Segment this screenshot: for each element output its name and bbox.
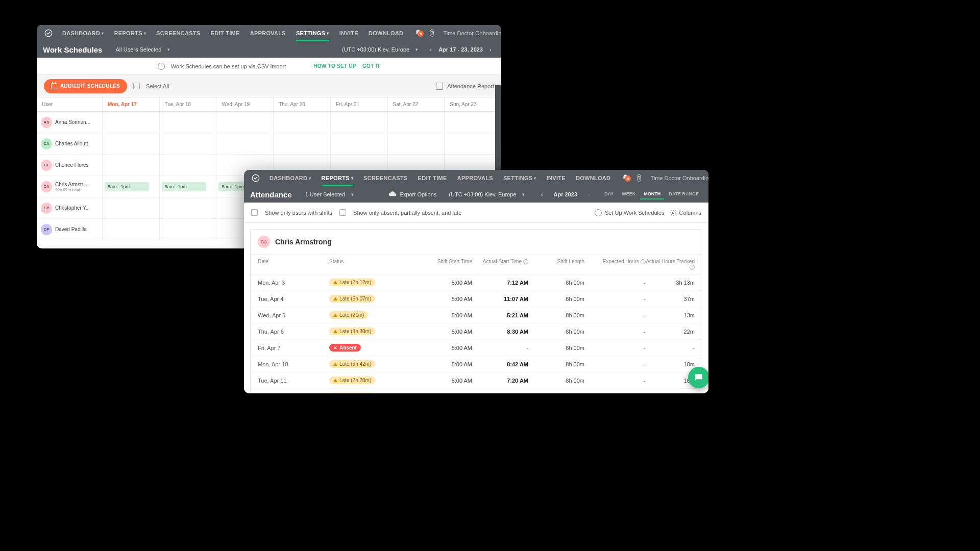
top-nav: DASHBOARD▾ REPORTS▾ SCREENCASTS EDIT TIM… [37, 25, 501, 41]
cell-shift-start: 5:00 AM [411, 378, 472, 384]
schedule-cell[interactable] [159, 219, 216, 240]
schedule-cell[interactable] [102, 219, 159, 240]
schedule-cell[interactable] [159, 133, 216, 154]
nav-settings[interactable]: SETTINGS▾ [499, 170, 541, 186]
team-name[interactable]: Time Doctor Onboarding Team [439, 30, 501, 36]
info-banner: Work Schedules can be set up via CSV imp… [37, 58, 501, 75]
schedule-cell[interactable] [102, 155, 159, 176]
notifications-button[interactable]: 5 [619, 174, 632, 182]
timezone-dropdown[interactable]: (UTC +03:00) Kiev, Europe▾ [444, 191, 530, 197]
prev-week-button[interactable]: ‹ [426, 45, 435, 54]
schedule-cell[interactable] [387, 112, 445, 133]
user-filter-dropdown[interactable]: 1 User Selected▾ [300, 191, 359, 197]
nav-approvals[interactable]: APPROVALS [453, 170, 497, 186]
select-all-label: Select All [146, 83, 169, 89]
got-it-button[interactable]: GOT IT [362, 63, 380, 69]
columns-button[interactable]: Columns [670, 209, 701, 216]
cell-date: Wed, Apr 5 [258, 312, 329, 318]
cell-actual-start: 8:42 AM [472, 361, 528, 367]
next-month-button[interactable]: › [584, 190, 594, 199]
schedule-cell[interactable] [216, 112, 273, 133]
cell-status: Late (2h 12m) [329, 279, 411, 286]
view-date-range[interactable]: DATE RANGE [665, 189, 702, 199]
nav-invite[interactable]: INVITE [543, 170, 570, 186]
nav-download[interactable]: DOWNLOAD [572, 170, 615, 186]
filter-absent-checkbox[interactable] [339, 209, 346, 216]
info-icon[interactable]: i [641, 259, 646, 264]
calendar-icon [51, 83, 57, 89]
chat-fab[interactable] [688, 367, 708, 388]
status-badge: Late (3h 42m) [329, 360, 375, 368]
user-name-label: Charles Allnutt [55, 141, 88, 146]
schedule-cell[interactable] [444, 112, 501, 133]
warning-icon [333, 297, 337, 300]
col-tue: Tue, Apr 18 [159, 97, 216, 111]
nav-edit-time[interactable]: EDIT TIME [414, 170, 451, 186]
info-text: Work Schedules can be set up via CSV imp… [171, 63, 286, 69]
chat-icon [694, 372, 704, 383]
person-avatar: CA [258, 236, 270, 248]
filter-shifts-checkbox[interactable] [251, 209, 258, 216]
nav-reports[interactable]: REPORTS▾ [110, 25, 151, 41]
schedule-cell[interactable] [387, 133, 445, 154]
shift-block[interactable]: 5am - 1pm [162, 182, 206, 191]
timezone-dropdown[interactable]: (UTC +03:00) Kiev, Europe▾ [337, 46, 423, 53]
help-icon[interactable]: ? [637, 174, 641, 182]
cell-shift-length: 8h 00m [528, 361, 584, 367]
date-range[interactable]: Apr 17 - 23, 2023 [438, 46, 483, 53]
schedule-cell[interactable] [102, 197, 159, 218]
attendance-report-link[interactable]: Attendance Report [436, 83, 494, 90]
schedule-cell[interactable] [273, 112, 330, 133]
help-icon[interactable]: ? [430, 29, 434, 37]
shift-block[interactable]: 5am - 1pm [105, 182, 149, 191]
cell-shift-length: 8h 00m [528, 312, 584, 318]
nav-dashboard[interactable]: DASHBOARD▾ [265, 170, 315, 186]
nav-screencasts[interactable]: SCREENCASTS [152, 25, 204, 41]
team-name[interactable]: Time Doctor Onboarding Team [646, 175, 708, 181]
info-icon[interactable]: i [690, 265, 695, 270]
nav-approvals[interactable]: APPROVALS [246, 25, 290, 41]
schedule-cell[interactable] [444, 133, 501, 154]
cell-actual-hours: 16m [646, 378, 695, 384]
schedule-row[interactable]: CACharles Allnutt [37, 133, 501, 155]
export-options-button[interactable]: Export Options [388, 191, 437, 197]
nav-invite[interactable]: INVITE [335, 25, 362, 41]
nav-dashboard[interactable]: DASHBOARD▾ [58, 25, 108, 41]
report-icon [436, 83, 443, 90]
schedule-cell[interactable] [159, 197, 216, 218]
user-filter-dropdown[interactable]: All Users Selected▾ [110, 46, 175, 53]
nav-reports[interactable]: REPORTS▾ [317, 170, 358, 186]
prev-month-button[interactable]: ‹ [537, 190, 546, 199]
cell-date: Mon, Apr 10 [258, 361, 329, 367]
schedule-cell[interactable] [102, 133, 159, 154]
user-avatar: CA [41, 181, 52, 192]
how-to-setup-link[interactable]: HOW TO SET UP [313, 63, 356, 69]
schedule-cell[interactable] [102, 112, 159, 133]
schedule-cell[interactable] [330, 133, 387, 154]
view-day[interactable]: DAY [601, 189, 617, 199]
current-month[interactable]: Apr 2023 [553, 191, 577, 197]
schedule-cell[interactable]: 5am - 1pm [159, 176, 216, 197]
view-month[interactable]: MONTH [640, 189, 664, 199]
schedule-cell[interactable] [273, 133, 330, 154]
schedule-cell[interactable] [159, 112, 216, 133]
cell-actual-hours: 3h 13m [646, 280, 695, 286]
next-week-button[interactable]: › [486, 45, 495, 54]
warning-icon [333, 379, 337, 382]
schedule-cell[interactable] [330, 112, 387, 133]
notifications-button[interactable]: 5 [411, 29, 425, 37]
nav-download[interactable]: DOWNLOAD [364, 25, 407, 41]
schedule-cell[interactable]: 5am - 1pm [102, 176, 159, 197]
schedule-row[interactable]: ASAnna Sonnen... [37, 112, 501, 133]
select-all-checkbox[interactable] [133, 83, 140, 89]
setup-schedules-link[interactable]: Set Up Work Schedules [595, 209, 665, 216]
info-icon[interactable]: i [523, 259, 528, 264]
schedule-cell[interactable] [159, 155, 216, 176]
add-edit-schedules-button[interactable]: ADD/EDIT SCHEDULES [44, 79, 127, 93]
nav-edit-time[interactable]: EDIT TIME [207, 25, 244, 41]
schedule-cell[interactable] [216, 133, 273, 154]
user-subtext: 40h 00m total [55, 187, 87, 192]
view-week[interactable]: WEEK [618, 189, 639, 199]
nav-settings[interactable]: SETTINGS▾ [292, 25, 333, 41]
nav-screencasts[interactable]: SCREENCASTS [359, 170, 411, 186]
